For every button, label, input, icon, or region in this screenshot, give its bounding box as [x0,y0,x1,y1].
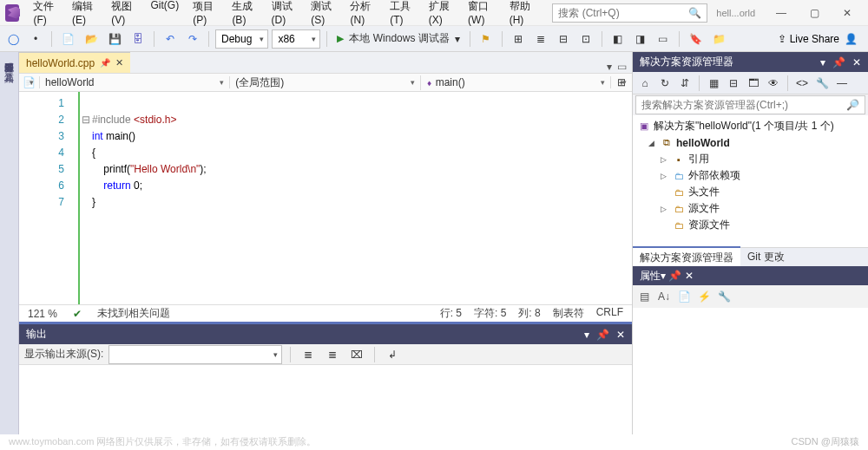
menu-item[interactable]: 文件(F) [26,0,65,29]
output-title-bar[interactable]: 输出 ▾ 📌 ✕ [19,324,632,344]
wrench-icon[interactable]: 🔧 [813,75,831,92]
tree-node-headers[interactable]: 🗀头文件 [635,184,866,200]
minimize-button[interactable]: — [766,1,797,25]
tree-node-sources[interactable]: ▷🗀源文件 [635,200,866,217]
search-input[interactable] [558,7,688,19]
az-icon[interactable]: A↓ [656,290,672,303]
out-tool-1[interactable]: ≣ [299,345,318,364]
menu-item[interactable]: 帮助(H) [503,0,542,29]
tool-icon-5[interactable]: ⊡ [576,29,595,49]
platform-combo[interactable]: x86 [272,29,320,49]
new-item-button[interactable]: 📄 [58,29,78,49]
code-editor[interactable]: 1234567 ⊟ #include <stdio.h> int main() … [19,92,632,304]
panel-dropdown-icon[interactable]: ▾ [820,56,825,68]
tool-icon-6[interactable]: ◧ [608,29,628,49]
folder-icon[interactable]: 📁 [709,29,729,49]
admin-icon[interactable]: 👤 [845,33,858,45]
refresh-icon[interactable]: ↻ [656,75,674,92]
status-crlf[interactable]: CRLF [596,306,623,321]
more-icon[interactable]: — [833,75,851,92]
nav-split-icon[interactable]: ⊞ [611,76,632,88]
panel-dropdown-icon[interactable]: ▾ [661,270,666,282]
live-share-button[interactable]: ⇪Live Share [778,33,839,45]
tool-icon-2[interactable]: ⊞ [509,29,528,49]
nav-region[interactable]: (全局范围) [230,75,420,90]
panel-pin-icon[interactable]: 📌 [832,56,845,68]
config-combo[interactable]: Debug [215,29,268,49]
tab-dropdown-icon[interactable]: ▾ [607,61,612,73]
menu-item[interactable]: 调试(D) [265,0,305,29]
status-tabs[interactable]: 制表符 [553,306,584,321]
properties-icon[interactable]: 🗔 [745,75,762,92]
tab-overflow-icon[interactable]: ▭ [617,61,627,73]
properties-body[interactable] [633,308,868,434]
collapse-icon[interactable]: ⊟ [725,75,742,92]
panel-dropdown-icon[interactable]: ▾ [584,329,589,341]
home-icon[interactable]: ⌂ [636,75,654,92]
tool-icon-4[interactable]: ⊟ [554,29,573,49]
sub-tab-git[interactable]: Git 更改 [740,247,792,267]
zoom-level[interactable]: 121 % [28,308,57,320]
status-char[interactable]: 字符: 5 [474,306,506,321]
maximize-button[interactable]: ▢ [799,1,830,25]
undo-button[interactable]: ↶ [161,29,180,49]
close-button[interactable]: ✕ [832,1,863,25]
tree-node-resources[interactable]: 🗀资源文件 [635,217,866,233]
save-button[interactable]: 💾 [105,29,125,49]
menu-item[interactable]: 窗口(W) [461,0,503,29]
solution-search[interactable]: 搜索解决方案资源管理器(Ctrl+;) 🔎 [635,95,865,114]
tree-root[interactable]: ▣解决方案"helloWorld"(1 个项目/共 1 个) [635,118,866,134]
nav-fwd-button[interactable]: • [26,29,45,49]
status-line[interactable]: 行: 5 [440,306,462,321]
pin-icon[interactable]: 📌 [100,58,110,68]
panel-close-icon[interactable]: ✕ [852,56,861,68]
panel-close-icon[interactable]: ✕ [685,270,694,282]
pages-icon[interactable]: 📄 [676,290,692,303]
output-source-combo[interactable] [108,345,282,364]
editor-tab-active[interactable]: helloWorld.cpp 📌 ✕ [19,52,130,73]
sub-tab-solution[interactable]: 解决方案资源管理器 [633,246,740,268]
status-col[interactable]: 列: 8 [518,306,540,321]
menu-item[interactable]: 测试(S) [304,0,343,29]
show-all-icon[interactable]: ▦ [705,75,722,92]
tool-icon-1[interactable]: ⚑ [477,29,496,49]
redo-button[interactable]: ↷ [183,29,202,49]
menu-item[interactable]: 分析(N) [343,0,383,29]
fold-column[interactable]: ⊟ [80,92,92,304]
code-view-icon[interactable]: <> [793,75,811,92]
tool-icon-8[interactable]: ▭ [654,29,673,49]
close-icon[interactable]: ✕ [115,57,123,68]
wrench-icon-2[interactable]: 🔧 [716,290,732,303]
panel-pin-icon[interactable]: 📌 [596,329,609,341]
panel-close-icon[interactable]: ✕ [616,329,625,341]
open-button[interactable]: 📂 [82,29,102,49]
menu-item[interactable]: 扩展(X) [422,0,461,29]
nav-icon[interactable]: 📄 [19,76,40,88]
out-tool-2[interactable]: ≣ [323,345,342,364]
start-debug-button[interactable]: ▶本地 Windows 调试器▾ [333,29,463,49]
global-search[interactable]: 🔍 [552,3,707,23]
sync-icon[interactable]: ⇵ [676,75,694,92]
menu-item[interactable]: 工具(T) [383,0,422,29]
bookmark-icon[interactable]: 🔖 [686,29,706,49]
cat-icon[interactable]: ▤ [636,290,652,303]
menu-item[interactable]: 生成(B) [225,0,264,29]
panel-pin-icon[interactable]: 📌 [668,270,681,282]
tree-node-external[interactable]: ▷🗀外部依赖项 [635,167,866,184]
nav-back-button[interactable]: ◯ [3,29,23,49]
menu-item[interactable]: 编辑(E) [65,0,104,29]
nav-scope[interactable]: helloWorld [40,76,230,88]
solution-explorer-header[interactable]: 解决方案资源管理器 ▾ 📌 ✕ [633,52,868,72]
code-area[interactable]: #include <stdio.h> int main() { printf("… [92,92,632,304]
out-tool-3[interactable]: ⌧ [347,345,366,364]
tree-project[interactable]: ◢⧉helloWorld [635,134,866,151]
menu-item[interactable]: 视图(V) [104,0,143,29]
preview-icon[interactable]: 👁 [765,75,782,92]
properties-header[interactable]: 属性 ▾ 📌 ✕ [633,266,868,285]
menu-item[interactable]: Git(G) [144,0,187,29]
tree-node-refs[interactable]: ▷▪引用 [635,151,866,167]
out-tool-4[interactable]: ↲ [383,345,402,364]
nav-function[interactable]: ⬧main() [421,76,611,88]
issue-icon[interactable]: ✔ [73,308,82,320]
tool-icon-7[interactable]: ◨ [631,29,650,49]
